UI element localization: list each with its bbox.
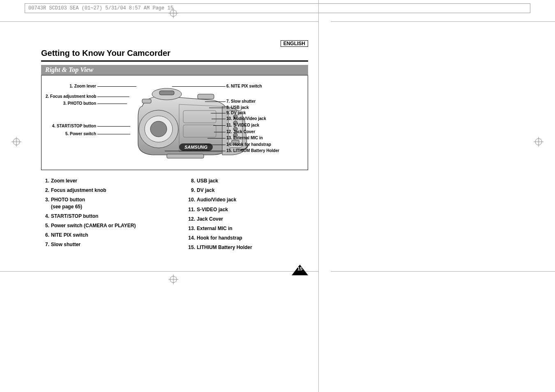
page-title: Getting to Know Your Camcorder — [41, 48, 308, 62]
registration-mark-icon — [168, 8, 178, 18]
callout-nite-pix: 6. NITE PIX switch — [226, 84, 262, 88]
legend-row: 13.External MIC in — [187, 225, 308, 232]
section-subheading: Right & Top View — [41, 65, 308, 76]
callout-svideo-jack: 11. S-VIDEO jack — [226, 123, 259, 127]
registration-mark-icon — [168, 274, 178, 284]
legend-number: 12. — [187, 216, 197, 222]
legend-row: 7.Slow shutter — [41, 241, 162, 248]
leader-line — [213, 125, 226, 126]
legend-column-a: 1.Zoom lever2.Focus adjustment knob3.PHO… — [41, 178, 162, 254]
legend-number: 3. — [41, 196, 51, 210]
legend-text: S-VIDEO jack — [197, 206, 228, 213]
legend-number: 6. — [41, 232, 51, 238]
manual-page: ENGLISH Getting to Know Your Camcorder R… — [41, 41, 308, 254]
callout-av-jack: 10. Audio/Video jack — [226, 116, 266, 121]
leader-line — [97, 126, 130, 127]
leader-line — [212, 119, 226, 119]
legend-row: 15.LITHIUM Battery Holder — [187, 244, 308, 251]
registration-mark-icon — [534, 137, 543, 147]
page-number: 15 — [292, 266, 308, 271]
legend-row: 9.DV jack — [187, 187, 308, 194]
leader-line — [207, 138, 226, 138]
callout-photo-button: 3. PHOTO button — [46, 101, 96, 106]
legend-row: 5.Power switch (CAMERA or PLAYER) — [41, 222, 162, 229]
registration-mark-icon — [12, 137, 21, 147]
legend-row: 14.Hook for handstrap — [187, 235, 308, 241]
svg-rect-14 — [142, 99, 151, 103]
legend-text: START/STOP button — [51, 213, 98, 219]
svg-rect-28 — [167, 154, 204, 158]
language-badge: ENGLISH — [281, 40, 308, 47]
legend-columns: 1.Zoom lever2.Focus adjustment knob3.PHO… — [41, 178, 308, 254]
crop-line — [0, 271, 319, 272]
leader-line — [165, 151, 226, 151]
leader-line — [172, 86, 226, 87]
page-number-badge: 15 — [292, 265, 308, 277]
crop-line — [331, 271, 555, 272]
legend-column-b: 8.USB jack9.DV jack10.Audio/Video jack11… — [187, 178, 308, 254]
legend-text: Audio/Video jack — [197, 196, 236, 203]
callout-external-mic: 13. External MIC in — [226, 136, 263, 140]
callout-jack-cover: 12. Jack Cover — [226, 129, 255, 134]
legend-text: Hook for handstrap — [197, 235, 242, 241]
svg-point-17 — [150, 121, 167, 137]
leader-line — [97, 97, 129, 97]
legend-number: 10. — [187, 196, 197, 203]
callout-dv-jack: 9. DV jack — [226, 111, 246, 115]
legend-number: 13. — [187, 225, 197, 232]
legend-text: LITHIUM Battery Holder — [197, 244, 252, 251]
legend-row: 8.USB jack — [187, 178, 308, 184]
crop-line — [318, 0, 319, 21]
legend-number: 8. — [187, 178, 197, 184]
diagram-frame: SAMSUNG 1. Zoom lever 2. Focus adjustmen… — [41, 76, 308, 170]
legend-row: 11.S-VIDEO jack — [187, 206, 308, 213]
legend-number: 4. — [41, 213, 51, 219]
leader-line — [209, 108, 226, 108]
leader-line — [97, 104, 127, 104]
legend-number: 9. — [187, 187, 197, 194]
legend-text: Power switch (CAMERA or PLAYER) — [51, 222, 136, 229]
brand-text: SAMSUNG — [184, 145, 208, 150]
callout-power-switch: 5. Power switch — [46, 131, 96, 136]
svg-rect-27 — [198, 94, 214, 99]
crop-line — [331, 21, 555, 22]
legend-number: 1. — [41, 178, 51, 184]
crop-line — [318, 271, 319, 392]
callout-start-stop: 4. START/STOP button — [46, 124, 96, 128]
svg-rect-13 — [159, 91, 174, 95]
legend-row: 10.Audio/Video jack — [187, 196, 308, 203]
legend-text: NITE PIX switch — [51, 232, 88, 238]
legend-row: 3.PHOTO button (see page 65) — [41, 196, 162, 210]
legend-number: 15. — [187, 244, 197, 251]
legend-text: External MIC in — [197, 225, 233, 232]
leader-line — [204, 145, 226, 145]
callout-hook-handstrap: 14. Hook for handstrap — [226, 142, 271, 147]
legend-text: PHOTO button (see page 65) — [51, 196, 85, 210]
leader-line — [97, 86, 136, 87]
callout-focus-knob: 2. Focus adjustment knob — [46, 94, 96, 99]
legend-text: USB jack — [197, 178, 218, 184]
legend-text: Focus adjustment knob — [51, 187, 106, 194]
callout-lithium-battery: 15. LITHIUM Battery Holder — [226, 148, 279, 153]
legend-text: Jack Cover — [197, 216, 223, 222]
crop-line — [0, 21, 319, 22]
legend-number: 2. — [41, 187, 51, 194]
legend-number: 11. — [187, 206, 197, 213]
print-proof-header: 00743R SCD103 SEA (01~27) 5/31/04 8:57 A… — [25, 3, 530, 13]
callout-usb-jack: 8. USB jack — [226, 105, 249, 110]
legend-row: 12.Jack Cover — [187, 216, 308, 222]
leader-line — [214, 132, 226, 132]
callout-zoom-lever: 1. Zoom lever — [46, 84, 96, 88]
legend-row: 6.NITE PIX switch — [41, 232, 162, 238]
legend-number: 7. — [41, 241, 51, 248]
legend-text: DV jack — [197, 187, 214, 194]
leader-line — [211, 113, 226, 113]
leader-line — [97, 134, 130, 134]
legend-row: 1.Zoom lever — [41, 178, 162, 184]
legend-row: 2.Focus adjustment knob — [41, 187, 162, 194]
legend-number: 14. — [187, 235, 197, 241]
legend-row: 4.START/STOP button — [41, 213, 162, 219]
legend-text: Zoom lever — [51, 178, 77, 184]
leader-line — [205, 101, 226, 102]
callout-slow-shutter: 7. Slow shutter — [226, 99, 256, 104]
